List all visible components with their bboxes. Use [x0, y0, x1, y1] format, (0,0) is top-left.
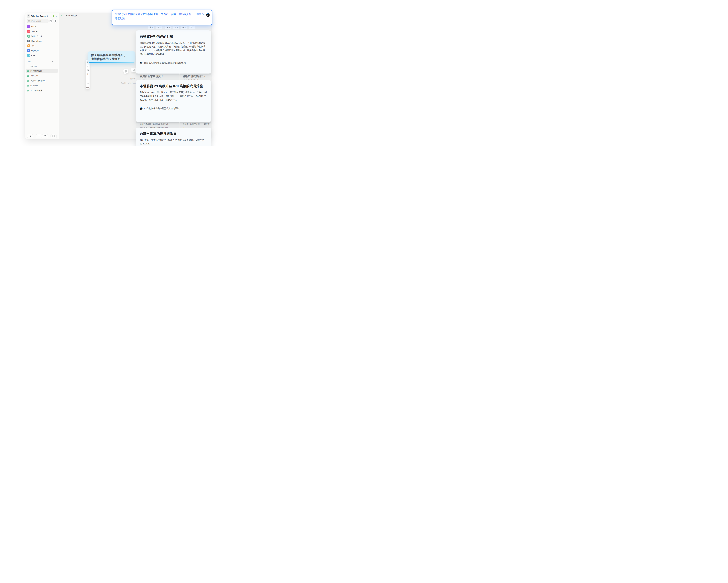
filter-person-button[interactable]: ▼ — [156, 25, 162, 29]
hepta-mascot-icon — [206, 12, 210, 17]
map-icon — [27, 70, 29, 72]
tab-item-active[interactable]: 汽車自動駕駛 — [26, 69, 58, 73]
info-icon[interactable] — [42, 134, 48, 138]
card-note-icon[interactable] — [86, 69, 89, 71]
hepta-mascot-icon — [140, 61, 143, 64]
upload-icon[interactable] — [36, 134, 42, 138]
sidebar-item-journal[interactable]: Journal — [26, 30, 57, 33]
tabs-collapse-chevron-icon[interactable]: ⌄ — [55, 61, 57, 63]
search-button[interactable] — [49, 19, 53, 23]
chevron-down-icon: ▼ — [177, 27, 178, 28]
calendar-icon — [27, 30, 30, 33]
chevron-down-icon: ▼ — [169, 27, 170, 28]
map-icon — [27, 85, 29, 87]
background-card-text: 通複雜度極高，被視為最具挑戰的 — [140, 123, 179, 126]
workspace-name: Winnie's Space — [31, 15, 46, 17]
card-divider — [140, 105, 207, 105]
background-card[interactable]: 驅動市場成長的三大 技術與商業動能 — [180, 74, 211, 80]
filter-layers-button[interactable]: ▼ — [148, 25, 155, 29]
chevron-down-icon: ▼ — [152, 27, 153, 28]
background-card[interactable]: 台灣自駕車的現況與 進展 — [136, 74, 179, 80]
online-status-dot — [53, 16, 54, 17]
map-icon — [28, 20, 30, 22]
sidebar-item-label: White Board — [31, 35, 42, 37]
assistant-query-text: 請幫我找所有跟自動駕駛有相關的卡片，來自於上個月一篇科學人報導整理的 — [112, 10, 195, 25]
hepta-mascot-icon — [140, 107, 143, 110]
assistant-brand-label: Hepta AI — [195, 12, 204, 16]
filter-arrow-button[interactable]: ▼ — [165, 25, 172, 29]
bookshelf-icon — [27, 49, 30, 52]
callout-line1: 除了語義化高效率搜尋外， — [91, 53, 135, 57]
filter-tag-button[interactable]: ▼ — [173, 25, 180, 29]
map-icon — [61, 15, 63, 17]
tab-label: AI 自動化數據 — [30, 89, 42, 92]
map-icon — [27, 75, 29, 77]
search-canvas-icon[interactable] — [86, 82, 89, 84]
text-tool-icon[interactable]: T — [86, 73, 89, 76]
sidebar-item-card-library[interactable]: Card Library — [26, 39, 57, 43]
collapse-sidebar-icon[interactable]: « — [56, 15, 57, 17]
card-body: 報告預估：2025 年全球 L3 （第三級自駕車）銷量約 291 千輛。 到 2… — [140, 90, 207, 102]
funnel-icon — [190, 26, 192, 28]
tab-item[interactable]: 自駕車的技術特性 — [26, 78, 58, 83]
tab-item[interactable]: 我的書單 — [26, 74, 58, 78]
breadcrumb-separator: / — [64, 15, 64, 17]
tab-item[interactable]: 生活管理 — [26, 83, 58, 88]
background-card-row: 台灣自駕車的現況與 進展 驅動市場成長的三大 技術與商業動能 — [136, 74, 211, 80]
feature-callout: 除了語義化高效率搜尋外， 也提供精準的卡片摘要 — [88, 51, 135, 63]
hash-icon — [175, 26, 176, 28]
board-switcher-input[interactable]: White Board — [27, 19, 49, 23]
card-summary: L3自駕快速成長但受監管與技術限制。 — [144, 107, 182, 110]
breadcrumb: / 汽車自動駕駛 — [61, 14, 77, 17]
card-body: 自動駕駛旨在解決通勤疲勞與人為疏失，回答了「如何讓移動更安全」的核心問題。這促使… — [140, 41, 207, 56]
sidebar: W Winnie's Space ▲▼ « White Board — [25, 13, 59, 139]
board-switcher-placeholder: White Board — [31, 20, 41, 22]
tab-label: 我的書單 — [30, 74, 38, 77]
workspace-header: W Winnie's Space ▲▼ « — [25, 13, 59, 18]
map-icon — [27, 35, 30, 37]
sidebar-item-label: Card Library — [31, 40, 42, 42]
result-card-trust[interactable]: 自動駕駛對信任的影響 自動駕駛旨在解決通勤疲勞與人為疏失，回答了「如何讓移動更安… — [136, 30, 211, 74]
pdf-file-icon — [123, 68, 129, 74]
plus-icon: + — [27, 65, 28, 67]
new-tab-button[interactable]: + New tab — [26, 64, 58, 68]
callout-line2: 也提供精準的卡片摘要 — [91, 57, 135, 61]
card-summary: 自駕以系統可信度取代人類駕駛的安全依賴。 — [144, 61, 188, 64]
result-card-taiwan[interactable]: 台灣自駕車的現況與進展 報告指出，亞太市場預計在 2035 年達到約 2.6 百… — [136, 128, 211, 146]
sidebar-item-label: Highlight — [31, 50, 39, 52]
sidebar-item-tag[interactable]: Tag — [26, 44, 57, 48]
more-tools-icon[interactable]: ●●● — [86, 86, 89, 88]
arrow-corner-icon — [167, 26, 168, 28]
workspace-avatar: W — [27, 15, 30, 18]
sidebar-item-label: Chat — [31, 54, 35, 56]
sidebar-item-highlight[interactable]: Highlight — [26, 49, 57, 52]
map-icon — [27, 90, 29, 91]
inbox-icon — [27, 25, 30, 28]
background-card-title: 驅動市場成長的三大 — [183, 74, 211, 79]
sidebar-nav: Inbox Journal White Board — [25, 25, 59, 57]
filter-bar: ▼ ▼ ▼ ▼ ▼ ▼ — [148, 25, 195, 29]
assistant-query-bubble[interactable]: 請幫我找所有跟自動駕駛有相關的卡片，來自於上個月一篇科學人報導整理的 Hepta… — [112, 10, 212, 25]
settings-gear-icon[interactable] — [27, 134, 33, 138]
hash-icon — [27, 45, 30, 47]
sidebar-item-chat[interactable]: Chat — [26, 54, 57, 57]
sidebar-item-label: Inbox — [31, 25, 36, 28]
chevron-down-icon: ▼ — [192, 27, 194, 28]
video-file-icon — [131, 68, 136, 73]
grid-view-icon[interactable] — [51, 134, 57, 138]
sidebar-item-white-board[interactable]: White Board — [26, 34, 57, 38]
sidebar-item-inbox[interactable]: Inbox — [26, 25, 57, 28]
filter-funnel-button[interactable]: ▼ — [189, 25, 195, 29]
filter-board-button[interactable]: ▼ — [181, 25, 187, 29]
card-title: 台灣自駕車的現況與進展 — [140, 131, 207, 136]
tab-label: 汽車自動駕駛 — [30, 70, 42, 72]
map-icon — [182, 26, 184, 28]
workspace-switcher-icon[interactable]: ▲▼ — [47, 15, 48, 17]
tab-item[interactable]: AI 自動化數據 — [26, 88, 58, 93]
outline-list-icon[interactable] — [86, 77, 89, 80]
connector-arrow-icon[interactable] — [86, 65, 89, 67]
tabs-more-icon[interactable]: ••• — [52, 61, 53, 63]
add-button[interactable] — [54, 19, 57, 23]
map-icon — [27, 80, 29, 82]
result-card-market-growth[interactable]: 市場將從 29 萬飆升至 870 萬輛的成長爆發 報告預估：2025 年全球 L… — [136, 80, 211, 122]
